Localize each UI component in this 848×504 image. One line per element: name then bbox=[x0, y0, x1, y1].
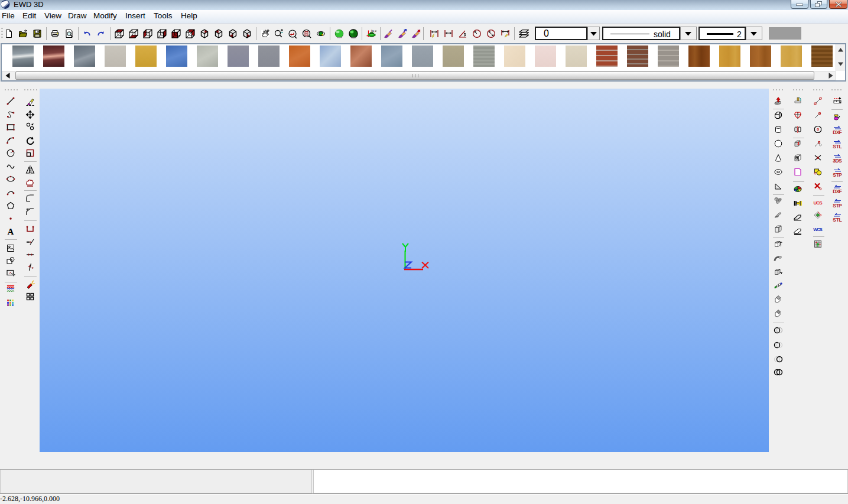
svg-text:(u,v): (u,v) bbox=[371, 29, 376, 32]
svg-text:STL: STL bbox=[833, 217, 842, 222]
svg-text:3DS: 3DS bbox=[833, 158, 842, 163]
svg-text:STP: STP bbox=[833, 172, 842, 177]
svg-text:STL: STL bbox=[833, 144, 842, 149]
svg-text:UCS: UCS bbox=[814, 200, 823, 206]
svg-text:A: A bbox=[8, 227, 14, 236]
svg-text:WCS: WCS bbox=[813, 227, 823, 232]
svg-text:STP: STP bbox=[833, 203, 842, 208]
svg-text:DXF: DXF bbox=[833, 129, 842, 135]
svg-text:DXF: DXF bbox=[833, 188, 842, 194]
